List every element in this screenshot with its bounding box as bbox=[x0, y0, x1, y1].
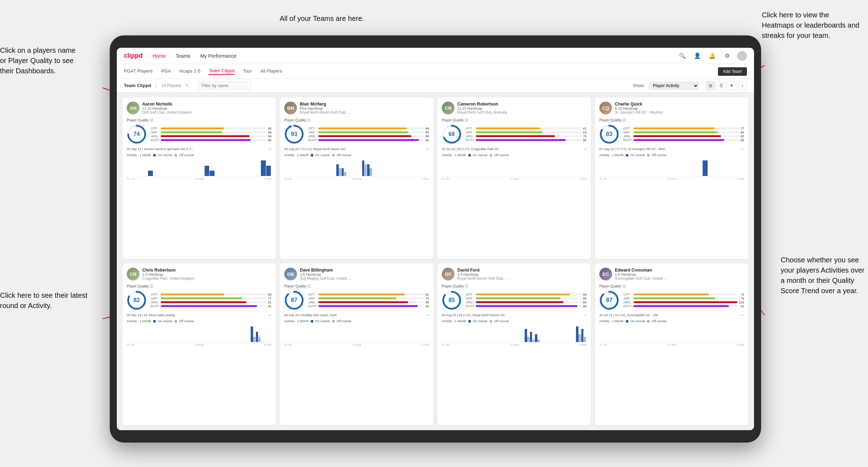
stat-label-app: APP bbox=[623, 297, 632, 300]
player-name[interactable]: Blair McHarg bbox=[300, 102, 353, 107]
quality-label: Player Quality ⓘ bbox=[442, 284, 587, 289]
activity-chart[interactable] bbox=[599, 158, 744, 176]
quality-label: Player Quality ⓘ bbox=[127, 284, 272, 289]
player-name[interactable]: Charlie Quick bbox=[615, 102, 668, 107]
nav-logo[interactable]: clippd bbox=[124, 52, 143, 59]
last-round[interactable]: 26 Aug 23 | 73 (+1), Royal North Devon G… bbox=[284, 147, 429, 151]
activity-chart[interactable] bbox=[127, 158, 272, 176]
list-view-button[interactable]: ☰ bbox=[716, 81, 726, 90]
nav-bar: clippd Home Teams My Performance 🔍 👤 🔔 ⚙ bbox=[117, 48, 754, 64]
avatar[interactable] bbox=[737, 51, 747, 61]
nav-link-home[interactable]: Home bbox=[153, 53, 166, 59]
last-round[interactable]: 07 Aug 23 | 77 (+7), St George's Hill GC… bbox=[599, 147, 744, 151]
player-card[interactable]: CQCharlie Quick6-10 HandicapSt. George's… bbox=[595, 97, 748, 259]
player-card[interactable]: CRChris Robertson1-5 HandicapCraigmillar… bbox=[122, 263, 276, 425]
player-name[interactable]: Dave Billingham bbox=[300, 268, 353, 273]
stat-bar-app bbox=[633, 131, 739, 133]
sub-nav-team-clippd[interactable]: Team Clippd bbox=[209, 68, 234, 75]
player-club: Sunningdale Golf Club, United Kingdom bbox=[615, 277, 668, 280]
sub-nav-pga[interactable]: PGA bbox=[161, 68, 171, 74]
player-name[interactable]: Aaron Nicholls bbox=[142, 102, 192, 107]
last-round[interactable]: 18 Jul 23 | 74 (+4), Sunningdale GC - Ol… bbox=[599, 313, 744, 317]
settings-icon[interactable]: ⚙ bbox=[722, 51, 732, 61]
stat-value-ott: 82 bbox=[426, 293, 429, 296]
activity-chart[interactable] bbox=[599, 324, 744, 342]
player-card[interactable]: ANAaron Nicholls11-15 HandicapDrift Golf… bbox=[122, 97, 276, 259]
stat-value-app: 77 bbox=[268, 297, 272, 300]
last-round[interactable]: 26 Aug 23 | 84 (+12), Royal North Devon … bbox=[442, 313, 587, 317]
activities-annotation: Choose whether you seeyour players Activ… bbox=[781, 255, 864, 296]
circle-score[interactable]: 82 bbox=[127, 290, 147, 310]
stat-label-arg: ARG bbox=[308, 301, 317, 304]
players-annotation: Click on a players nameor Player Quality… bbox=[0, 45, 75, 76]
stat-value-arg: 84 bbox=[268, 135, 272, 138]
last-round[interactable]: 02 Jul 23 | 59 (+17), Craigmillar Park G… bbox=[442, 147, 587, 151]
filter-button[interactable]: ▼ bbox=[727, 81, 736, 90]
stat-bar-arg bbox=[633, 135, 739, 137]
stat-bar-app bbox=[318, 297, 424, 299]
stat-bar-app bbox=[633, 297, 737, 299]
show-select[interactable]: Player Activity Quality Score Trend bbox=[649, 82, 699, 90]
player-card[interactable]: DFDavid Ford1-5 HandicapRoyal North Devo… bbox=[438, 263, 591, 425]
circle-score[interactable]: 93 bbox=[284, 124, 304, 144]
stat-label-arg: ARG bbox=[151, 301, 159, 304]
search-icon[interactable]: 🔍 bbox=[678, 51, 687, 61]
stat-bar-app bbox=[161, 297, 267, 299]
stat-label-arg: ARG bbox=[623, 135, 632, 138]
filter-input[interactable] bbox=[198, 82, 251, 90]
quality-label: Player Quality ⓘ bbox=[599, 118, 744, 123]
stat-label-ott: OTT bbox=[151, 127, 159, 130]
player-name[interactable]: Edward Crossman bbox=[615, 268, 668, 273]
player-avatar: CR bbox=[127, 268, 139, 280]
stat-label-putt: PUTT bbox=[151, 138, 159, 142]
circle-score[interactable]: 68 bbox=[442, 124, 462, 144]
activity-chart[interactable] bbox=[442, 324, 587, 342]
stat-value-ott: 61 bbox=[583, 127, 587, 130]
circle-score[interactable]: 83 bbox=[599, 124, 619, 144]
activity-chart[interactable] bbox=[284, 324, 429, 342]
stat-label-ott: OTT bbox=[151, 293, 159, 296]
stat-bar-app bbox=[476, 131, 582, 133]
player-handicap: 11-15 Handicap bbox=[142, 107, 192, 110]
player-name[interactable]: Cameron Robertson bbox=[457, 102, 507, 107]
player-card[interactable]: DBDave Billingham1-5 HandicapSog Maging … bbox=[280, 263, 433, 425]
last-round[interactable]: 04 Sep 23 | Mobility with coach, Gym→ bbox=[284, 313, 429, 317]
edit-icon[interactable]: ✎ bbox=[185, 83, 189, 88]
sub-nav-all-players[interactable]: All Players bbox=[260, 68, 282, 74]
stat-label-putt: PUTT bbox=[151, 304, 159, 308]
add-team-button[interactable]: Add Team bbox=[718, 67, 747, 76]
sub-nav-hcaps[interactable]: Hcaps 1-5 bbox=[179, 68, 200, 74]
player-card[interactable]: ECEdward Crossman1-5 HandicapSunningdale… bbox=[595, 263, 748, 425]
team-header: Team Clippd | 14 Players ✎ Show: Player … bbox=[117, 79, 754, 92]
sub-nav-tour[interactable]: Tour bbox=[243, 68, 252, 74]
player-name[interactable]: David Ford bbox=[457, 268, 510, 273]
stat-value-arg: 85 bbox=[426, 301, 429, 304]
activity-chart[interactable] bbox=[127, 324, 272, 342]
stat-bar-arg bbox=[161, 301, 267, 303]
player-name[interactable]: Chris Robertson bbox=[142, 268, 195, 273]
sub-nav-pgat[interactable]: PGAT Players bbox=[124, 68, 153, 74]
stat-value-app: 80 bbox=[741, 131, 744, 134]
circle-score[interactable]: 87 bbox=[599, 290, 619, 310]
nav-link-teams[interactable]: Teams bbox=[176, 53, 190, 59]
activity-chart[interactable] bbox=[284, 158, 429, 176]
bell-icon[interactable]: 🔔 bbox=[707, 51, 717, 61]
stat-label-ott: OTT bbox=[466, 127, 474, 130]
player-card[interactable]: CRCameron Robertson11-15 HandicapRoyal P… bbox=[438, 97, 591, 259]
player-handicap: 1-5 Handicap bbox=[457, 273, 510, 277]
nav-link-my-performance[interactable]: My Performance bbox=[200, 53, 237, 59]
stat-label-arg: ARG bbox=[466, 301, 474, 304]
last-round[interactable]: 02 Sep 23 | Sunset round to get back int… bbox=[127, 147, 272, 151]
user-icon[interactable]: 👤 bbox=[692, 51, 702, 61]
player-club: Sog Maging Golf Club, United Kingdom bbox=[300, 277, 353, 280]
activity-chart[interactable] bbox=[442, 158, 587, 176]
circle-score[interactable]: 74 bbox=[127, 124, 147, 144]
stat-label-putt: PUTT bbox=[308, 304, 317, 308]
sort-button[interactable]: ↕ bbox=[738, 81, 747, 90]
circle-score[interactable]: 85 bbox=[442, 290, 462, 310]
stat-label-ott: OTT bbox=[623, 127, 632, 130]
last-round[interactable]: 05 Mar 23 | 19, Must make putting→ bbox=[127, 313, 272, 317]
circle-score[interactable]: 87 bbox=[284, 290, 304, 310]
grid-view-button[interactable]: ⊞ bbox=[706, 81, 715, 90]
player-card[interactable]: BMBlair McHargPlus HandicapRoyal North D… bbox=[280, 97, 433, 259]
